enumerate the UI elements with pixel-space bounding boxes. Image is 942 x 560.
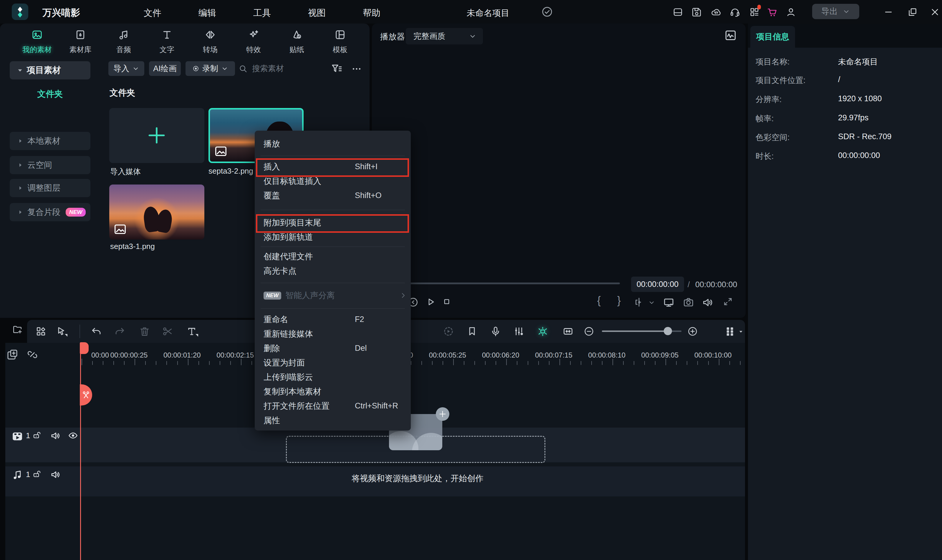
menubar-item-1[interactable]: 文件 xyxy=(144,7,161,19)
context-menu-item[interactable]: 设置为封面 xyxy=(264,355,405,370)
tab-effects[interactable]: 特效 xyxy=(232,29,275,54)
context-menu-item[interactable]: 插入Shift+I xyxy=(264,160,405,174)
media-layout-icon[interactable] xyxy=(35,326,46,337)
volume-icon[interactable] xyxy=(702,297,714,308)
restore-button[interactable] xyxy=(908,7,917,17)
fullscreen-icon[interactable] xyxy=(723,297,733,307)
context-menu-item[interactable]: 上传到喵影云 xyxy=(264,370,405,384)
audio-mixer-icon[interactable] xyxy=(513,326,525,337)
hide-track-eye-icon[interactable] xyxy=(68,431,78,440)
more-options-icon[interactable] xyxy=(351,63,362,74)
delete-icon[interactable] xyxy=(139,326,150,337)
tab-project-info[interactable]: 项目信息 xyxy=(750,26,795,48)
tab-sticker[interactable]: 贴纸 xyxy=(275,29,318,54)
play-icon[interactable] xyxy=(426,297,436,307)
mark-out-icon[interactable]: } xyxy=(617,294,621,307)
import-media-tile[interactable] xyxy=(109,108,204,163)
tab-template[interactable]: 模板 xyxy=(319,29,362,54)
chevron-down-icon[interactable] xyxy=(648,299,655,306)
undo-icon[interactable] xyxy=(91,326,102,337)
context-menu-item[interactable]: 复制到本地素材 xyxy=(264,384,405,399)
split-view-icon[interactable] xyxy=(634,297,644,308)
track-manager-icon[interactable] xyxy=(725,326,735,337)
sidebar-item-1[interactable]: 本地素材 xyxy=(10,132,90,150)
duplicate-clip-icon[interactable] xyxy=(6,349,18,360)
lock-icon[interactable] xyxy=(32,469,41,479)
auto-ripple-icon[interactable] xyxy=(537,326,548,337)
context-menu-item[interactable]: 属性 xyxy=(264,413,405,428)
context-menu-item[interactable]: 高光卡点 xyxy=(264,264,405,278)
playhead-handle[interactable] xyxy=(80,342,89,354)
support-headset-icon[interactable] xyxy=(730,7,740,17)
zoom-slider-knob[interactable] xyxy=(664,327,672,335)
plus-icon xyxy=(146,125,168,146)
tab-library[interactable]: 素材库 xyxy=(59,29,102,54)
mirror-display-icon[interactable] xyxy=(663,297,675,308)
export-button[interactable]: 导出 xyxy=(812,4,859,19)
fit-timeline-icon[interactable] xyxy=(563,326,574,337)
tab-text[interactable]: 文字 xyxy=(145,29,188,54)
context-menu-item[interactable]: 重命名F2 xyxy=(264,312,405,327)
zoom-out-icon[interactable] xyxy=(584,326,594,337)
ai-paint-button[interactable]: AI绘画 xyxy=(149,61,181,76)
context-menu-item[interactable]: 附加到项目末尾 xyxy=(264,215,405,230)
menubar-item-3[interactable]: 工具 xyxy=(253,7,271,19)
tab-transition[interactable]: 转场 xyxy=(189,29,232,54)
tab-media[interactable]: 我的素材 xyxy=(15,29,59,54)
minimize-button[interactable] xyxy=(883,7,893,17)
menubar-item-5[interactable]: 帮助 xyxy=(363,7,381,19)
context-menu-item[interactable]: 删除Del xyxy=(264,341,405,355)
import-button[interactable]: 导入 xyxy=(108,61,144,76)
marker-icon[interactable] xyxy=(466,326,478,337)
context-menu-item[interactable]: 覆盖Shift+O xyxy=(264,188,405,203)
render-preview-icon[interactable] xyxy=(443,326,454,337)
record-button[interactable]: 录制 xyxy=(185,61,235,76)
sidebar-item-folder-selected[interactable]: 文件夹 xyxy=(6,88,94,100)
sidebar-item-project-material[interactable]: 项目素材 xyxy=(10,61,90,80)
search-input[interactable] xyxy=(251,64,318,74)
quick-split-scissors-button[interactable] xyxy=(80,384,92,406)
add-clip-plus-icon[interactable] xyxy=(436,407,449,421)
tab-audio[interactable]: 音频 xyxy=(102,29,145,54)
menubar-item-4[interactable]: 视图 xyxy=(308,7,326,19)
close-button[interactable] xyxy=(930,7,940,17)
snapshot-camera-icon[interactable] xyxy=(683,297,694,308)
caret-down-icon[interactable] xyxy=(738,329,744,335)
player-progress-bar[interactable] xyxy=(379,283,620,284)
context-menu-item[interactable]: 重新链接媒体 xyxy=(264,327,405,341)
cart-icon[interactable] xyxy=(767,7,777,17)
lock-icon[interactable] xyxy=(32,431,41,440)
sidebar-item-4[interactable]: 复合片段NEW xyxy=(10,203,90,221)
ruler-tick xyxy=(528,361,528,365)
user-icon[interactable] xyxy=(786,7,796,17)
quality-dropdown[interactable]: 完整画质 xyxy=(406,28,483,45)
sidebar-item-3[interactable]: 调整图层 xyxy=(10,179,90,197)
cloud-sync-icon[interactable] xyxy=(711,7,722,17)
menu-item-label: 重新链接媒体 xyxy=(264,328,313,340)
context-menu-item[interactable]: 播放 xyxy=(264,137,405,151)
playhead-line[interactable] xyxy=(80,343,81,560)
context-menu-item[interactable]: 仅目标轨道插入 xyxy=(264,174,405,188)
performance-monitor-icon[interactable] xyxy=(724,29,737,42)
context-menu-item[interactable]: 创建代理文件 xyxy=(264,249,405,264)
zoom-in-icon[interactable] xyxy=(687,326,698,337)
stop-icon[interactable] xyxy=(442,297,452,307)
search-box[interactable] xyxy=(239,61,318,76)
filter-icon[interactable] xyxy=(331,62,343,75)
context-menu-item[interactable]: 打开文件所在位置Ctrl+Shift+R xyxy=(264,399,405,413)
redo-icon[interactable] xyxy=(114,326,125,337)
context-menu-item[interactable]: 添加到新轨道 xyxy=(264,230,405,244)
add-folder-icon[interactable] xyxy=(12,324,22,334)
mark-in-icon[interactable]: { xyxy=(597,294,601,307)
workspace-icon[interactable] xyxy=(672,7,683,17)
mute-icon[interactable] xyxy=(50,469,61,480)
mute-icon[interactable] xyxy=(50,431,61,441)
current-timecode[interactable]: 00:00:00:00 xyxy=(631,277,684,292)
menubar-item-2[interactable]: 编辑 xyxy=(199,7,216,19)
save-icon[interactable] xyxy=(691,7,702,17)
media-item-septa3-1[interactable] xyxy=(109,185,204,240)
voiceover-mic-icon[interactable] xyxy=(490,326,501,337)
sidebar-item-2[interactable]: 云空间 xyxy=(10,156,90,174)
unlink-icon[interactable] xyxy=(26,349,38,360)
split-scissors-icon[interactable] xyxy=(162,326,173,337)
